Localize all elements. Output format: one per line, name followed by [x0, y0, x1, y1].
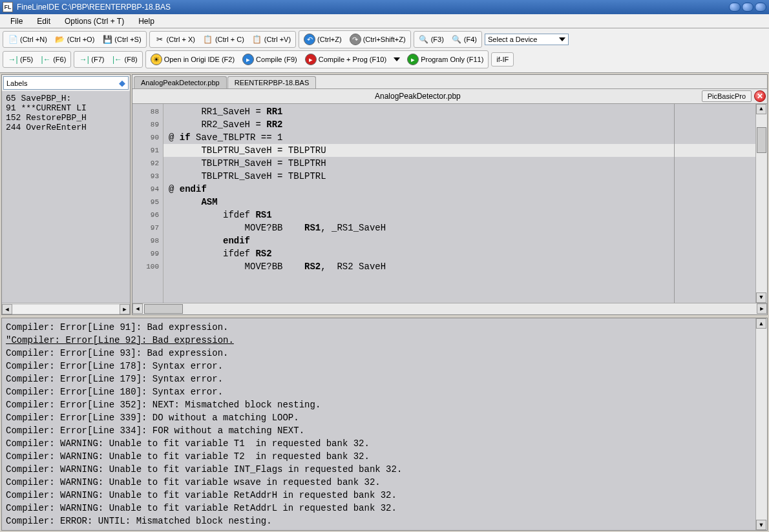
label-item[interactable]: 65 SavePBP_H:: [6, 94, 126, 103]
titlebar: FL FineLineIDE C:\PBP\REENTERPBP-18.BAS: [0, 0, 769, 14]
code-area[interactable]: 888990919293949596979899100 RR1_SaveH = …: [132, 104, 767, 303]
close-file-button[interactable]: ✕: [754, 90, 766, 102]
code-line[interactable]: TBLPTRL_SaveH = TBLPTRL: [163, 170, 755, 183]
outdent-icon: |←: [41, 54, 51, 65]
chevron-down-icon[interactable]: [394, 57, 400, 61]
undo-button[interactable]: ↶(Ctrl+Z): [300, 32, 345, 47]
redo-button[interactable]: ↷(Ctrl+Shift+Z): [346, 32, 409, 47]
editor-vscrollbar[interactable]: ▲ ▼: [755, 104, 767, 303]
side-panel: Labels ◆ 65 SavePBP_H:91 ***CURRENT LI15…: [1, 74, 131, 315]
labels-dropdown[interactable]: Labels ◆: [3, 76, 129, 90]
scroll-up-icon[interactable]: ▲: [756, 104, 766, 114]
code-line[interactable]: endif: [163, 234, 755, 247]
right-margin-line: [674, 104, 675, 303]
code-line[interactable]: MOVE?BB RS2, RS2 SaveH: [163, 260, 755, 273]
f8-label: (F8): [125, 56, 138, 63]
find-next-button[interactable]: 🔍(F4): [448, 32, 480, 46]
output-line: Compiler: WARNING: Unable to fit variabl…: [6, 463, 752, 476]
output-line: Compiler: ERROR: UNTIL: Mismatched block…: [6, 515, 752, 527]
vscroll-track[interactable]: [756, 114, 767, 292]
menubar: File Edit Options (Ctrl + T) Help: [0, 14, 769, 28]
save-file-button[interactable]: 💾(Ctrl +S): [99, 32, 144, 46]
f6-button[interactable]: |←(F6): [37, 52, 69, 66]
code-line[interactable]: MOVE?BB RS1, _RS1_SaveH: [163, 221, 755, 234]
menu-edit[interactable]: Edit: [30, 15, 57, 27]
output-vscrollbar[interactable]: ▲ ▼: [755, 318, 767, 530]
label-item[interactable]: 152 RestorePBP_H: [6, 113, 126, 123]
code-line[interactable]: TBLPTRU_SaveH = TBLPTRU: [163, 144, 755, 157]
scroll-left-icon[interactable]: ◄: [132, 303, 143, 314]
f6-label: (F6): [53, 56, 66, 63]
code-line[interactable]: RR1_SaveH = RR1: [163, 105, 755, 118]
device-select[interactable]: Select a Device: [485, 34, 569, 45]
findnext-label: (F4): [464, 36, 477, 43]
compile-button[interactable]: ▸Compile (F9): [239, 52, 300, 67]
toolbar-area: 📄(Ctrl +N) 📂(Ctrl +O) 💾(Ctrl +S) ✂(Ctrl …: [0, 28, 769, 73]
search-icon: 🔍: [419, 34, 429, 45]
vscroll-track[interactable]: [756, 329, 767, 520]
maximize-button[interactable]: [742, 3, 753, 12]
scroll-right-icon[interactable]: ►: [757, 303, 767, 314]
paste-button[interactable]: 📋(Ctrl +V): [249, 32, 294, 46]
minimize-button[interactable]: [729, 3, 741, 12]
output-line: Compiler: Error[Line 180]: Syntax error.: [6, 385, 752, 398]
output-line: Compiler: Error[Line 339]: DO without a …: [6, 411, 752, 424]
code-line[interactable]: ASM: [163, 196, 755, 209]
menu-help[interactable]: Help: [132, 15, 161, 27]
find-button[interactable]: 🔍(F3): [416, 32, 447, 46]
f8-button[interactable]: |←(F8): [109, 52, 141, 66]
compile-label: Compile (F9): [256, 56, 297, 63]
play-green-icon: ▸: [407, 54, 419, 65]
scroll-up-icon[interactable]: ▲: [756, 318, 766, 329]
comment-icon: →|: [79, 54, 89, 65]
compile-prog-button[interactable]: ▸Compile + Prog (F10): [302, 52, 390, 67]
cut-button[interactable]: ✂(Ctrl + X): [151, 32, 198, 46]
if-text-label: if-IF: [493, 54, 512, 65]
label-item[interactable]: 91 ***CURRENT LI: [6, 103, 126, 113]
window-controls: [729, 3, 766, 12]
close-window-button[interactable]: [755, 3, 766, 12]
label-item[interactable]: 244 OverReEnterH: [6, 123, 126, 132]
main-area: Labels ◆ 65 SavePBP_H:91 ***CURRENT LI15…: [0, 73, 769, 316]
menu-options[interactable]: Options (Ctrl + T): [58, 15, 131, 27]
f5-button[interactable]: →|(F5): [5, 52, 36, 66]
hscroll-thumb[interactable]: [144, 304, 183, 314]
sun-icon: ☀: [151, 54, 162, 65]
labels-dropdown-label: Labels: [6, 79, 27, 87]
editor-tab[interactable]: AnalogPeakDetector.pbp: [134, 76, 227, 88]
scroll-down-icon[interactable]: ▼: [756, 520, 766, 530]
play-red-icon: ▸: [305, 54, 317, 65]
menu-file[interactable]: File: [4, 15, 29, 27]
f7-button[interactable]: →|(F7): [76, 52, 107, 66]
hscroll-track[interactable]: [143, 303, 757, 314]
compiler-output[interactable]: Compiler: Error[Line 91]: Bad expression…: [2, 318, 755, 530]
new-file-button[interactable]: 📄(Ctrl +N): [5, 32, 50, 46]
vscroll-thumb[interactable]: [757, 127, 766, 153]
code-line[interactable]: TBLPTRH_SaveH = TBLPTRH: [163, 157, 755, 170]
open-orig-ide-button[interactable]: ☀Open in Origi IDE (F2): [147, 52, 238, 67]
code-lines[interactable]: RR1_SaveH = RR1 RR2_SaveH = RR2@ if Save…: [163, 104, 755, 303]
labels-list[interactable]: 65 SavePBP_H:91 ***CURRENT LI152 Restore…: [2, 91, 130, 303]
scroll-right-icon[interactable]: ►: [120, 304, 130, 314]
output-line: Compiler: WARNING: Unable to fit variabl…: [6, 450, 752, 463]
code-line[interactable]: ifdef RS2: [163, 247, 755, 260]
output-line: Compiler: WARNING: Unable to fit variabl…: [6, 476, 752, 489]
scroll-down-icon[interactable]: ▼: [756, 292, 766, 303]
editor-hscrollbar[interactable]: ◄ ►: [132, 303, 767, 314]
scroll-left-icon[interactable]: ◄: [2, 304, 12, 314]
scroll-track[interactable]: [12, 304, 120, 314]
code-line[interactable]: RR2_SaveH = RR2: [163, 118, 755, 131]
redo-label: (Ctrl+Shift+Z): [363, 36, 406, 43]
code-line[interactable]: @ endif: [163, 183, 755, 196]
program-only-button[interactable]: ▸Program Only (F11): [404, 52, 487, 67]
copy-button[interactable]: 📋(Ctrl + C): [200, 32, 248, 46]
open-file-button[interactable]: 📂(Ctrl +O): [52, 32, 98, 46]
copy-icon: 📋: [203, 34, 213, 45]
code-line[interactable]: @ if Save_TBLPTR == 1: [163, 131, 755, 144]
code-line[interactable]: ifdef RS1: [163, 209, 755, 221]
language-badge: PicBasicPro: [702, 90, 752, 102]
new-label: (Ctrl +N): [20, 36, 47, 43]
editor-tab[interactable]: REENTERPBP-18.BAS: [227, 76, 317, 88]
sidebar-hscrollbar[interactable]: ◄ ►: [2, 303, 130, 314]
output-line: Compiler: Error[Line 178]: Syntax error.: [6, 360, 752, 373]
